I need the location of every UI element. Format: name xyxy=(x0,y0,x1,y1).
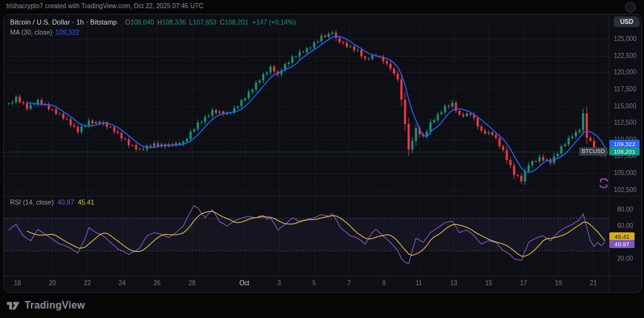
rsi-value: 40.97 xyxy=(57,198,74,206)
time-tick-label: 5 xyxy=(306,280,323,287)
time-tick-label: 17 xyxy=(514,280,532,287)
price-tick-label: 122,500 xyxy=(609,52,641,59)
circle-button[interactable] xyxy=(625,2,636,13)
price-tick-label: 115,000 xyxy=(609,103,641,110)
rsi-tick-label: 60.00 xyxy=(609,222,641,229)
rsi-header: RSI (14, close)40.9745.41 xyxy=(10,198,94,206)
rsi-tick-label: 20.00 xyxy=(609,255,641,262)
rsi-ma-value: 45.41 xyxy=(78,198,94,206)
ohlc-open-value: 108,040 xyxy=(130,18,154,26)
price-tick-label: 117,500 xyxy=(609,86,641,93)
time-tick-label: 22 xyxy=(79,280,96,287)
tradingview-logo[interactable]: TradingView xyxy=(6,297,85,314)
ohlc-high-label: H xyxy=(157,18,162,26)
time-tick-label: 28 xyxy=(183,280,201,287)
price-tick-label: 125,000 xyxy=(609,35,641,42)
refresh-arrows-icon[interactable] xyxy=(597,177,610,190)
tradingview-logo-text: TradingView xyxy=(25,300,85,311)
time-tick-label: Oct xyxy=(236,280,253,287)
ohlc-change: +147 (+0.14%) xyxy=(252,18,296,26)
attribution-text: trishacrypto7 created with TradingView.c… xyxy=(6,3,203,9)
ma-indicator-label[interactable]: MA (30, close) xyxy=(10,28,52,36)
rsi-tick-label: 80.00 xyxy=(609,206,641,213)
ohlc-open-label: O xyxy=(125,18,130,26)
price-tick-label: 120,000 xyxy=(609,69,641,76)
price-tick-label: 112,500 xyxy=(609,119,641,126)
price-tick-label: 110,000 xyxy=(609,136,641,143)
price-tick-label: 105,000 xyxy=(609,169,641,176)
symbol-header: Bitcoin / U.S. Dollar · 1h · BitstampO10… xyxy=(10,18,296,36)
rsi-tick-label: 40.00 xyxy=(609,239,641,246)
time-tick-label: 3 xyxy=(270,280,288,287)
ohlc-close-label: C xyxy=(219,18,225,26)
time-tick-label: 18 xyxy=(9,280,26,287)
ma-indicator-value: 109,322 xyxy=(55,28,79,36)
chart-canvas[interactable] xyxy=(4,14,641,292)
time-tick-label: 7 xyxy=(340,280,358,287)
price-tick-label: 107,500 xyxy=(609,152,641,159)
time-tick-label: 24 xyxy=(113,280,131,287)
time-tick-label: 26 xyxy=(148,280,166,287)
tradingview-logo-icon xyxy=(6,298,20,312)
time-tick-label: 21 xyxy=(584,280,602,287)
time-tick-label: 20 xyxy=(43,280,61,287)
ohlc-low-value: 107,653 xyxy=(193,18,217,26)
time-axis[interactable]: 182022242628Oct3579111315171921 xyxy=(4,276,609,292)
chart-panel: Bitcoin / U.S. Dollar · 1h · BitstampO10… xyxy=(3,14,642,293)
currency-button[interactable]: USD xyxy=(614,16,640,27)
time-tick-label: 9 xyxy=(375,280,392,287)
time-tick-label: 15 xyxy=(480,280,497,287)
time-tick-label: 11 xyxy=(410,280,428,287)
time-tick-label: 19 xyxy=(550,280,567,287)
ohlc-close-value: 108,201 xyxy=(225,18,248,26)
ohlc-high-value: 108,336 xyxy=(162,18,186,26)
price-axis[interactable]: 125,000122,500120,000117,500115,000112,5… xyxy=(609,14,641,292)
price-tick-label: 102,500 xyxy=(609,186,641,193)
symbol-title[interactable]: Bitcoin / U.S. Dollar · 1h · Bitstamp xyxy=(10,18,117,26)
rsi-indicator-label[interactable]: RSI (14, close) xyxy=(10,198,53,206)
time-tick-label: 13 xyxy=(445,280,462,287)
